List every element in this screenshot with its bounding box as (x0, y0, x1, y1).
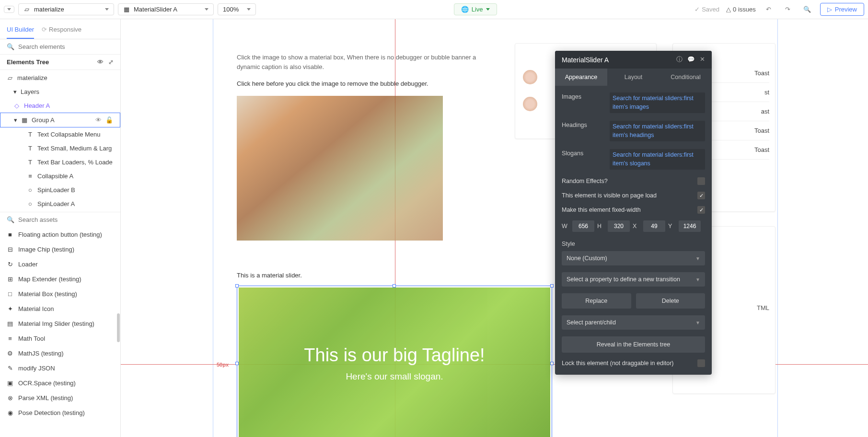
tree-group-a[interactable]: ▾ ▦ Group A 👁🔓 (0, 113, 120, 127)
comment-icon[interactable]: 💬 (687, 56, 695, 64)
chevron-down-icon (205, 8, 208, 11)
lock-icon[interactable]: 🔓 (105, 116, 113, 124)
search-elements-row: 🔍 (0, 39, 120, 54)
chevron-down-icon: ▼ (695, 320, 700, 325)
visible-checkbox[interactable] (697, 192, 705, 199)
material-box-image[interactable] (237, 96, 443, 241)
undo-button[interactable]: ↶ (763, 3, 775, 16)
page-selector[interactable]: ▱ materialize (18, 3, 114, 15)
asset-item[interactable]: ◉Pose Detection (testing) (0, 405, 120, 420)
asset-item[interactable]: ▣OCR.Space (testing) (0, 376, 120, 391)
asset-item[interactable]: ▤Material Img Slider (testing) (0, 316, 120, 331)
resize-handle[interactable] (550, 284, 554, 288)
style-select[interactable]: None (Custom) ▼ (562, 251, 705, 265)
tree-root[interactable]: ▱materialize (0, 71, 120, 85)
height-input[interactable] (608, 220, 630, 232)
tree-header-a[interactable]: ◇Header A (0, 99, 120, 113)
search-assets-input[interactable] (18, 216, 114, 223)
asset-item[interactable]: ✦Material Icon (0, 301, 120, 316)
preview-button[interactable]: ▷ Preview (820, 3, 864, 16)
asset-item[interactable]: ⊟Image Chip (testing) (0, 242, 120, 257)
info-icon[interactable]: ⓘ (676, 56, 683, 64)
guide-vertical (777, 19, 778, 437)
search-elements-input[interactable] (18, 43, 114, 50)
reveal-button[interactable]: Reveal in the Elements tree (562, 336, 705, 353)
asset-item[interactable]: ■Floating action button (testing) (0, 227, 120, 242)
asset-item[interactable]: □Material Box (testing) (0, 287, 120, 301)
inspector-panel[interactable]: MaterialSlider A ⓘ 💬 ✕ Appearance Layout… (555, 51, 712, 375)
tab-conditional[interactable]: Conditional (660, 69, 712, 86)
material-slider-element[interactable]: This is our big Tagline! Here's our smal… (237, 286, 552, 437)
resize-handle[interactable] (393, 284, 396, 288)
zoom-value: 100% (223, 6, 239, 13)
resize-handle[interactable] (235, 362, 239, 365)
menu-dropdown[interactable] (4, 6, 14, 13)
width-input[interactable] (572, 220, 594, 232)
avatar (523, 70, 537, 84)
inspector-header[interactable]: MaterialSlider A ⓘ 💬 ✕ (555, 51, 712, 69)
tab-responsive[interactable]: ⟳Responsive (42, 23, 81, 39)
tab-appearance[interactable]: Appearance (555, 69, 607, 86)
asset-icon: ⊞ (7, 276, 13, 283)
delete-button[interactable]: Delete (636, 293, 706, 309)
fixed-width-checkbox[interactable] (697, 206, 705, 214)
expand-icon[interactable]: ⤢ (108, 58, 114, 66)
search-icon: 🔍 (7, 43, 14, 50)
tree-item[interactable]: TText Collapsable Menu (0, 127, 120, 141)
tab-layout[interactable]: Layout (607, 69, 660, 86)
asset-item[interactable]: ≡Math Tool (0, 331, 120, 346)
resize-handle[interactable] (550, 362, 554, 365)
asset-item[interactable]: ⊞Map Extender (testing) (0, 272, 120, 287)
transition-select[interactable]: Select a property to define a new transi… (562, 272, 705, 287)
search-assets-row: 🔍 (0, 212, 120, 227)
headings-value[interactable]: Search for material sliders:first item's… (610, 121, 705, 141)
resize-handle[interactable] (235, 284, 239, 288)
asset-icon: ↻ (7, 261, 13, 268)
tree-item[interactable]: ○SpinLoader A (0, 197, 120, 211)
tree-item[interactable]: TText Small, Medium & Larg (0, 141, 120, 155)
asset-item[interactable]: ⚙MathJS (testing) (0, 346, 120, 361)
x-input[interactable] (643, 220, 665, 232)
asset-item[interactable]: ⊗Parse XML (testing) (0, 391, 120, 405)
eye-icon[interactable]: 👁 (97, 58, 104, 66)
inspector-tabs: Appearance Layout Conditional (555, 69, 712, 86)
search-icon: 🔍 (803, 6, 811, 13)
tree-item[interactable]: ≡Collapsible A (0, 169, 120, 183)
click-text[interactable]: Click here before you click the image to… (237, 79, 491, 89)
slogans-label: Slogans (562, 149, 605, 157)
redo-button[interactable]: ↷ (782, 3, 794, 16)
saved-status: ✓ Saved (694, 6, 719, 13)
eye-icon[interactable]: 👁 (95, 116, 102, 124)
caret-down-icon: ▾ (14, 116, 17, 124)
live-button[interactable]: 🌐 Live (454, 3, 497, 15)
asset-item[interactable]: ↻Loader (0, 257, 120, 272)
images-value[interactable]: Search for material sliders:first item's… (610, 92, 705, 113)
warning-icon: △ (726, 6, 731, 13)
scrollbar-thumb[interactable] (117, 313, 120, 342)
redo-icon: ↷ (785, 6, 790, 13)
canvas[interactable]: 50px Click the image to show a material … (121, 19, 868, 437)
tree-item[interactable]: TText Bar Loaders, % Loade (0, 155, 120, 169)
tree-item[interactable]: ○SpinLoader B (0, 183, 120, 197)
asset-icon: ✦ (7, 305, 13, 312)
headings-label: Headings (562, 121, 605, 128)
issues-indicator[interactable]: △ 0 issues (726, 6, 756, 13)
tree-layers[interactable]: ▾Layers (0, 85, 120, 99)
y-input[interactable] (679, 220, 701, 232)
lock-checkbox[interactable] (697, 359, 705, 367)
random-effects-checkbox[interactable] (697, 177, 705, 185)
search-button[interactable]: 🔍 (801, 3, 813, 16)
zoom-selector[interactable]: 100% (218, 3, 256, 15)
asset-item[interactable]: ✎modify JSON (0, 361, 120, 376)
element-selector[interactable]: ▦ MaterialSlider A (118, 3, 214, 15)
parent-child-select[interactable]: Select parent/child ▼ (562, 315, 705, 330)
left-panel: UI Builder ⟳Responsive 🔍 Elements Tree 👁… (0, 19, 121, 437)
close-icon[interactable]: ✕ (700, 56, 705, 64)
slogans-value[interactable]: Search for material sliders:first item's… (610, 149, 705, 170)
tab-ui-builder[interactable]: UI Builder (7, 23, 34, 39)
asset-icon: ■ (7, 231, 13, 238)
text-icon: T (27, 131, 34, 138)
asset-icon: □ (7, 290, 13, 298)
replace-button[interactable]: Replace (562, 293, 631, 309)
spinner-icon: ○ (27, 200, 34, 207)
